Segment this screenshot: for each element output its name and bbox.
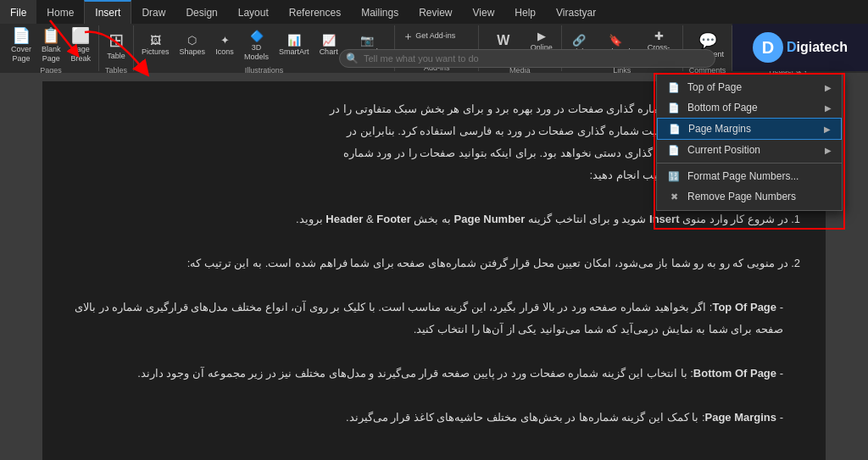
dropdown-menu: 📄 Top of Page ▶ 📄 Bottom of Page ▶ 📄 Pag… xyxy=(656,73,843,211)
menu-format-page-numbers-icon: 🔢 xyxy=(667,171,681,182)
search-icon: 🔍 xyxy=(346,53,359,64)
screenshot-icon: 📷 xyxy=(360,35,374,46)
chart-button[interactable]: 📈 Chart xyxy=(315,27,342,64)
tb-group-tables: ⊞ Table Tables xyxy=(99,25,134,71)
shapes-icon: ⬡ xyxy=(187,35,197,46)
menu-current-position-icon: 📄 xyxy=(667,145,681,156)
tab-layout[interactable]: Layout xyxy=(228,0,279,24)
menu-current-position-label: Current Position xyxy=(687,144,760,156)
logo: D Digiatech xyxy=(732,24,868,71)
get-addins-button[interactable]: ＋ Get Add-ins xyxy=(398,27,475,44)
blank-page-icon: 📋 xyxy=(42,28,60,43)
tab-help[interactable]: Help xyxy=(504,0,546,24)
link-icon: 🔗 xyxy=(572,35,586,46)
menu-current-position-arrow: ▶ xyxy=(825,146,832,155)
menu-remove-page-numbers-label: Remove Page Numbers xyxy=(687,191,796,202)
menu-remove-page-numbers-icon: ✖ xyxy=(667,191,681,202)
online-videos-icon: ▶ xyxy=(537,30,546,42)
menu-item-top-of-page[interactable]: 📄 Top of Page ▶ xyxy=(657,77,842,97)
menu-format-page-numbers-label: Format Page Numbers... xyxy=(687,170,798,182)
menu-top-page-label: Top of Page xyxy=(687,81,742,93)
menu-bottom-page-arrow: ▶ xyxy=(825,103,832,113)
doc-step-2: 2. در منویی که رو به رو شما باز می‌شود، … xyxy=(68,252,800,274)
page-break-button[interactable]: ⬜ PageBreak xyxy=(67,27,96,64)
menu-page-margins-icon: 📄 xyxy=(668,124,682,135)
search-input[interactable] xyxy=(339,49,715,68)
tab-references[interactable]: References xyxy=(279,0,351,24)
table-button[interactable]: ⊞ Table xyxy=(103,27,130,64)
menu-page-margins-label: Page Margins xyxy=(688,123,751,135)
icons-button[interactable]: ✦ Icons xyxy=(211,27,238,64)
doc-bullet-1: - Top Of Page: اگر بخواهید شماره صفحه ور… xyxy=(68,297,800,341)
shapes-button[interactable]: ⬡ Shapes xyxy=(175,27,210,64)
menu-bottom-page-label: Bottom of Page xyxy=(687,102,758,114)
menu-bottom-page-icon: 📄 xyxy=(667,103,681,114)
tab-insert[interactable]: Insert xyxy=(84,0,131,24)
tab-mailings[interactable]: Mailings xyxy=(351,0,409,24)
menu-item-current-position[interactable]: 📄 Current Position ▶ xyxy=(657,140,842,160)
menu-page-margins-arrow: ▶ xyxy=(824,125,831,134)
doc-step-1: 1. در شروع کار وارد منوی Insert شوید و ب… xyxy=(68,208,800,230)
page-break-icon: ⬜ xyxy=(71,28,90,43)
tab-draw[interactable]: Draw xyxy=(131,0,175,24)
smartart-icon: 📊 xyxy=(287,35,301,46)
get-addins-icon: ＋ xyxy=(403,30,414,42)
wikipedia-icon: W xyxy=(497,34,509,47)
3d-models-icon: 🔷 xyxy=(250,30,264,42)
menu-top-page-arrow: ▶ xyxy=(825,83,832,92)
logo-icon: D xyxy=(753,32,783,63)
menu-item-bottom-of-page[interactable]: 📄 Bottom of Page ▶ xyxy=(657,97,842,118)
3d-models-button[interactable]: 🔷 3DModels xyxy=(240,27,273,64)
tb-group-pages: 📄 CoverPage 📋 BlankPage ⬜ PageBreak xyxy=(3,25,99,71)
doc-bullet-2: - Bottom Of Page: با انتخاب این گزینه شم… xyxy=(68,363,800,385)
chart-icon: 📈 xyxy=(322,35,336,46)
icons-icon: ✦ xyxy=(220,35,230,46)
cross-reference-icon: ✚ xyxy=(654,30,664,42)
menu-divider xyxy=(657,163,842,163)
smartart-button[interactable]: 📊 SmartArt xyxy=(275,27,314,64)
tab-virastyar[interactable]: Virastyar xyxy=(546,0,606,24)
menu-item-format-page-numbers[interactable]: 🔢 Format Page Numbers... xyxy=(657,166,842,186)
tab-review[interactable]: Review xyxy=(409,0,462,24)
bookmark-icon: 🔖 xyxy=(609,35,622,46)
pictures-icon: 🖼 xyxy=(150,35,161,46)
table-icon: ⊞ xyxy=(108,31,124,50)
tab-view[interactable]: View xyxy=(463,0,505,24)
cover-page-button[interactable]: 📄 CoverPage xyxy=(7,27,36,64)
search-bar: 🔍 xyxy=(339,47,715,69)
doc-bullet-3: - Page Margins: با کمک این گزینه شماره‌ه… xyxy=(68,407,800,429)
tab-bar: File Home Insert Draw Design Layout Refe… xyxy=(0,0,868,24)
tab-file[interactable]: File xyxy=(0,0,36,24)
comment-icon: 💬 xyxy=(698,33,717,48)
tab-home[interactable]: Home xyxy=(36,0,84,24)
blank-page-button[interactable]: 📋 BlankPage xyxy=(37,27,65,64)
tab-design[interactable]: Design xyxy=(175,0,227,24)
menu-item-remove-page-numbers[interactable]: ✖ Remove Page Numbers xyxy=(657,186,842,207)
pictures-button[interactable]: 🖼 Pictures xyxy=(137,27,174,64)
toolbar: 📄 CoverPage 📋 BlankPage ⬜ PageBreak xyxy=(0,24,868,73)
logo-text: Digiatech xyxy=(787,40,848,55)
menu-item-page-margins[interactable]: 📄 Page Margins ▶ xyxy=(657,118,842,140)
menu-top-page-icon: 📄 xyxy=(667,82,681,93)
cover-page-icon: 📄 xyxy=(12,28,31,43)
